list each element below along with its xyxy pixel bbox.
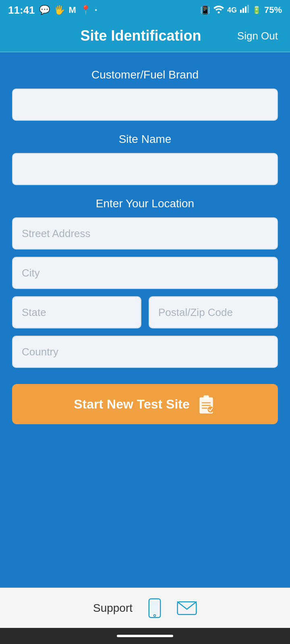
state-input[interactable] xyxy=(12,296,141,328)
battery-percent: 75% xyxy=(264,5,282,15)
signal-icon xyxy=(240,5,249,15)
vibrate-icon: 📳 xyxy=(200,5,210,15)
customer-fuel-brand-label: Customer/Fuel Brand xyxy=(12,68,278,81)
message-icon: 💬 xyxy=(39,5,50,15)
clipboard-check-icon xyxy=(196,394,216,414)
start-button-label: Start New Test Site xyxy=(74,397,189,412)
network-4g-icon: 4G xyxy=(227,6,237,14)
svg-rect-2 xyxy=(242,8,244,13)
svg-point-0 xyxy=(218,11,220,13)
svg-rect-6 xyxy=(203,395,209,399)
hand-icon: 🖐 xyxy=(54,5,65,15)
email-support-icon[interactable] xyxy=(177,598,197,618)
location-icon: 📍 xyxy=(80,5,91,15)
site-name-group: Site Name xyxy=(12,133,278,185)
status-bar: 11:41 💬 🖐 M 📍 • 📳 4G 🔋 75% xyxy=(0,0,290,20)
page-title: Site Identification xyxy=(44,27,237,44)
status-bar-left: 11:41 💬 🖐 M 📍 • xyxy=(8,4,97,17)
location-section: Enter Your Location xyxy=(12,197,278,368)
postal-zip-input[interactable] xyxy=(149,296,278,328)
country-input[interactable] xyxy=(12,336,278,368)
svg-point-13 xyxy=(154,614,156,616)
customer-fuel-brand-group: Customer/Fuel Brand xyxy=(12,68,278,121)
start-new-test-site-button[interactable]: Start New Test Site xyxy=(12,384,278,424)
city-input[interactable] xyxy=(12,257,278,289)
street-address-input[interactable] xyxy=(12,217,278,250)
state-zip-row xyxy=(12,296,278,328)
svg-rect-12 xyxy=(151,601,158,613)
svg-rect-4 xyxy=(247,5,249,13)
sign-out-button[interactable]: Sign Out xyxy=(237,30,278,42)
svg-point-10 xyxy=(207,407,213,413)
nav-indicator xyxy=(0,628,290,644)
site-name-input[interactable] xyxy=(12,153,278,185)
bottom-bar: Support xyxy=(0,588,290,628)
battery-icon: 🔋 xyxy=(252,6,261,14)
site-name-label: Site Name xyxy=(12,133,278,146)
customer-fuel-brand-input[interactable] xyxy=(12,89,278,121)
main-content: Customer/Fuel Brand Site Name Enter Your… xyxy=(0,52,290,588)
dot-icon: • xyxy=(95,7,97,13)
time-display: 11:41 xyxy=(8,4,35,17)
gmail-icon: M xyxy=(69,5,76,15)
phone-support-icon[interactable] xyxy=(145,598,165,618)
svg-rect-3 xyxy=(245,6,246,13)
svg-rect-1 xyxy=(240,10,242,13)
location-fields xyxy=(12,217,278,368)
app-header: Site Identification Sign Out xyxy=(0,20,290,52)
nav-bar xyxy=(117,635,173,637)
wifi-icon xyxy=(213,5,224,15)
status-bar-right: 📳 4G 🔋 75% xyxy=(200,5,282,15)
location-label: Enter Your Location xyxy=(12,197,278,210)
support-label: Support xyxy=(93,602,133,615)
